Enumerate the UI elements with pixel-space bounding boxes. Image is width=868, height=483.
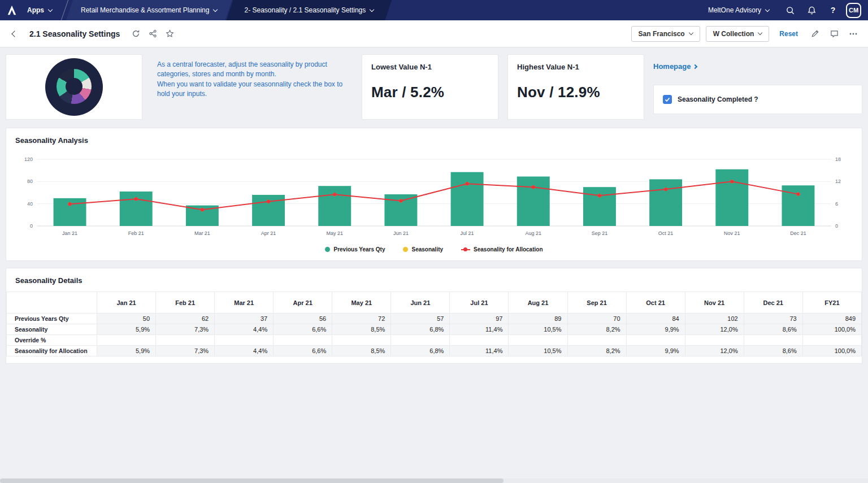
breadcrumb-app-tab[interactable]: Retail Merchandise & Assortment Planning — [66, 0, 232, 20]
svg-text:Aug 21: Aug 21 — [526, 230, 541, 236]
column-header: Sep 21 — [567, 292, 626, 314]
grid-cell[interactable] — [626, 335, 685, 346]
help-icon[interactable]: ? — [824, 2, 841, 19]
breadcrumb-page-tab[interactable]: 2- Seasonality / 2.1 Seasonality Setting… — [226, 0, 392, 20]
svg-text:40: 40 — [27, 201, 33, 207]
horizontal-scrollbar[interactable] — [0, 478, 868, 483]
grid-cell[interactable]: 57 — [391, 314, 450, 324]
grid-cell[interactable]: 11,4% — [450, 346, 509, 356]
grid-cell[interactable] — [567, 335, 626, 346]
chevron-down-icon — [370, 7, 374, 11]
grid-cell[interactable] — [802, 335, 861, 346]
grid-cell[interactable]: 50 — [97, 314, 156, 324]
grid-cell[interactable]: 6,8% — [391, 346, 450, 356]
svg-text:Jan 21: Jan 21 — [62, 230, 77, 236]
column-header: Jul 21 — [450, 292, 509, 314]
grid-cell[interactable] — [332, 335, 391, 346]
back-button[interactable] — [8, 27, 21, 41]
seasonality-completed-label: Seasonality Completed ? — [678, 95, 758, 103]
info-line-1: As a central forecaster, adjust the seas… — [157, 60, 353, 80]
grid-cell[interactable]: 89 — [509, 314, 567, 324]
scrollbar-handle[interactable] — [0, 478, 504, 483]
grid-cell[interactable]: 8,2% — [567, 346, 626, 356]
grid-cell[interactable]: 4,4% — [215, 346, 274, 356]
grid-cell[interactable]: 7,3% — [156, 324, 215, 335]
grid-cell[interactable] — [215, 335, 274, 346]
grid-cell[interactable]: 4,4% — [215, 324, 274, 335]
grid-cell[interactable]: 56 — [274, 314, 332, 324]
grid-cell[interactable]: 8,5% — [332, 324, 391, 335]
grid-cell[interactable]: 100,0% — [802, 324, 861, 335]
grid-cell[interactable]: 84 — [626, 314, 685, 324]
grid-cell[interactable]: 97 — [450, 314, 509, 324]
grid-cell[interactable]: 849 — [802, 314, 861, 324]
homepage-link[interactable]: Homepage — [653, 62, 697, 71]
legend-label: Seasonality — [411, 246, 443, 253]
grid-cell[interactable]: 8,6% — [744, 346, 802, 356]
grid-cell[interactable] — [744, 335, 802, 346]
grid-cell[interactable] — [391, 335, 450, 346]
refresh-icon[interactable] — [129, 27, 142, 41]
grid-cell[interactable]: 6,6% — [274, 324, 332, 335]
anaplan-logo-icon[interactable] — [0, 0, 24, 20]
grid-cell[interactable]: 11,4% — [450, 324, 509, 335]
share-icon[interactable] — [146, 27, 159, 41]
grid-cell[interactable]: 37 — [215, 314, 274, 324]
grid-cell[interactable] — [97, 335, 156, 346]
seasonality-completed-checkbox[interactable] — [663, 95, 672, 104]
grid-cell[interactable]: 8,6% — [744, 324, 802, 335]
grid-cell[interactable]: 70 — [567, 314, 626, 324]
grid-cell[interactable] — [274, 335, 332, 346]
more-options-icon[interactable] — [847, 27, 860, 41]
details-body: Previous Years Qty5062375672579789708410… — [7, 314, 862, 356]
svg-text:Jun 21: Jun 21 — [393, 230, 409, 236]
apps-menu[interactable]: Apps — [24, 0, 63, 20]
grid-cell[interactable]: 73 — [744, 314, 802, 324]
filter-city-select[interactable]: San Francisco — [631, 26, 700, 42]
highest-value: Nov / 12.9% — [517, 84, 635, 101]
grid-cell[interactable]: 12,0% — [685, 324, 744, 335]
grid-cell[interactable] — [450, 335, 509, 346]
grid-cell[interactable]: 102 — [685, 314, 744, 324]
column-header: Jan 21 — [97, 292, 156, 314]
grid-cell[interactable]: 9,9% — [626, 324, 685, 335]
filter-collection-select[interactable]: W Collection — [706, 26, 770, 42]
row-label: Previous Years Qty — [7, 314, 97, 324]
grid-cell[interactable]: 6,8% — [391, 324, 450, 335]
chevron-down-icon — [758, 31, 762, 35]
legend-item[interactable]: Seasonality for Allocation — [461, 246, 542, 253]
grid-cell[interactable]: 100,0% — [802, 346, 861, 356]
filter-collection-label: W Collection — [713, 30, 754, 38]
grid-cell[interactable]: 8,2% — [567, 324, 626, 335]
grid-cell[interactable]: 5,9% — [97, 324, 156, 335]
column-header: Feb 21 — [156, 292, 215, 314]
grid-cell[interactable]: 5,9% — [97, 346, 156, 356]
grid-cell[interactable]: 62 — [156, 314, 215, 324]
grid-cell[interactable]: 6,6% — [274, 346, 332, 356]
user-avatar[interactable]: CM — [846, 3, 861, 18]
grid-cell[interactable]: 10,5% — [509, 324, 567, 335]
grid-cell[interactable]: 8,5% — [332, 346, 391, 356]
grid-cell[interactable]: 7,3% — [156, 346, 215, 356]
seasonality-analysis-card: Seasonality Analysis 04080120061218Jan 2… — [6, 128, 862, 261]
reset-button[interactable]: Reset — [779, 30, 798, 38]
legend-item[interactable]: Seasonality — [403, 246, 443, 253]
search-icon[interactable] — [782, 2, 798, 19]
favorite-star-icon[interactable] — [163, 27, 176, 41]
grid-cell[interactable] — [156, 335, 215, 346]
workspace-selector[interactable]: MeltOne Advisory — [700, 6, 777, 14]
grid-cell[interactable]: 12,0% — [685, 346, 744, 356]
grid-cell[interactable] — [685, 335, 744, 346]
app-logo-image — [45, 58, 103, 116]
notifications-bell-icon[interactable] — [803, 2, 820, 19]
legend-label: Seasonality for Allocation — [474, 246, 542, 253]
comment-icon[interactable] — [827, 27, 841, 41]
grid-cell[interactable]: 9,9% — [626, 346, 685, 356]
column-header: Jun 21 — [391, 292, 450, 314]
grid-cell[interactable]: 72 — [332, 314, 391, 324]
grid-cell[interactable] — [509, 335, 567, 346]
details-header-row: Jan 21Feb 21Mar 21Apr 21May 21Jun 21Jul … — [7, 292, 862, 314]
edit-pencil-icon[interactable] — [808, 27, 822, 41]
legend-item[interactable]: Previous Years Qty — [325, 246, 385, 253]
grid-cell[interactable]: 10,5% — [509, 346, 567, 356]
